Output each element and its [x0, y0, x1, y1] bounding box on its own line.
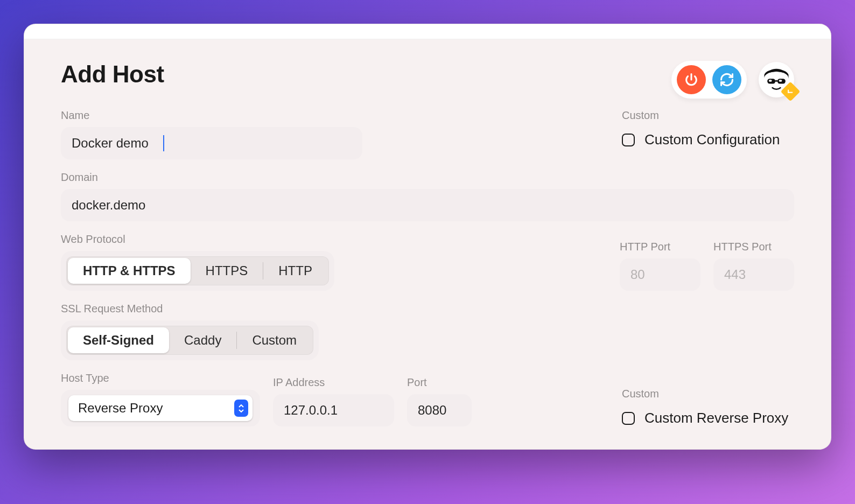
svg-point-4	[769, 80, 772, 82]
ssl-self-signed[interactable]: Self-Signed	[68, 327, 169, 353]
custom-config-checkbox[interactable]	[622, 134, 635, 146]
https-port-input[interactable]	[713, 258, 794, 291]
domain-input[interactable]	[61, 189, 794, 221]
text-cursor	[163, 135, 164, 151]
name-label: Name	[61, 109, 362, 122]
chevrons-icon	[234, 400, 248, 417]
host-type-select[interactable]: Reverse Proxy	[68, 395, 253, 421]
ssl-caddy[interactable]: Caddy	[169, 327, 236, 353]
add-host-window: Add Host	[24, 24, 831, 450]
web-protocol-segment: HTTP & HTTPS HTTPS HTTP	[66, 256, 329, 285]
power-icon	[684, 72, 699, 87]
protocol-both[interactable]: HTTP & HTTPS	[68, 258, 191, 284]
ip-label: IP Address	[273, 376, 394, 389]
custom-top-label: Custom	[622, 109, 794, 122]
svg-point-5	[779, 80, 782, 82]
power-button[interactable]	[677, 65, 706, 94]
action-pill	[671, 61, 747, 99]
svg-rect-3	[775, 80, 777, 82]
window-content: Add Host	[24, 39, 831, 449]
refresh-button[interactable]	[712, 65, 741, 94]
ssl-label: SSL Request Method	[61, 303, 794, 315]
web-protocol-label: Web Protocol	[61, 233, 334, 246]
ssl-segment: Self-Signed Caddy Custom	[66, 326, 313, 355]
host-type-value: Reverse Proxy	[78, 401, 163, 416]
avatar[interactable]	[759, 62, 794, 97]
ip-input[interactable]	[273, 394, 394, 426]
port-input[interactable]	[407, 394, 472, 426]
page-title: Add Host	[61, 61, 164, 88]
http-port-input[interactable]	[620, 258, 700, 291]
custom-bottom-label: Custom	[622, 388, 794, 400]
host-type-label: Host Type	[61, 372, 260, 384]
custom-reverse-proxy-label: Custom Reverse Proxy	[644, 410, 788, 426]
port-label: Port	[407, 376, 472, 389]
custom-config-label: Custom Configuration	[644, 131, 780, 148]
custom-reverse-proxy-checkbox[interactable]	[622, 412, 635, 425]
ssl-custom[interactable]: Custom	[237, 327, 312, 353]
window-titlebar	[24, 24, 831, 39]
protocol-https[interactable]: HTTPS	[191, 258, 263, 284]
http-port-label: HTTP Port	[620, 241, 700, 253]
name-input[interactable]	[61, 127, 362, 159]
https-port-label: HTTPS Port	[713, 241, 794, 253]
protocol-http[interactable]: HTTP	[263, 258, 327, 284]
refresh-icon	[719, 72, 734, 87]
domain-label: Domain	[61, 171, 794, 184]
